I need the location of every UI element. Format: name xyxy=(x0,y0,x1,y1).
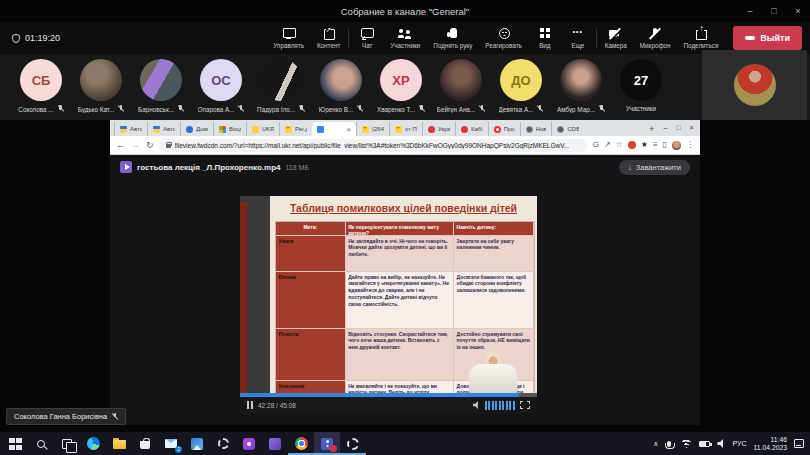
tab-close-icon[interactable]: × xyxy=(346,125,351,134)
browser-tab[interactable]: Нов × xyxy=(520,122,552,136)
paint3d-icon[interactable] xyxy=(236,432,262,455)
reading-list-icon[interactable]: ≡ xyxy=(653,141,658,149)
participant-tile[interactable]: Падура Іло... xyxy=(254,59,308,113)
settings-cog-icon[interactable] xyxy=(210,432,236,455)
share-page-icon[interactable]: ↗ xyxy=(604,141,611,149)
microphone-button[interactable]: Микрофон xyxy=(635,23,676,53)
browser-tab[interactable]: Рег.д × xyxy=(279,122,312,136)
forward-icon[interactable]: → xyxy=(131,141,140,150)
minimize-button[interactable]: – xyxy=(738,0,762,22)
table-header-cell: Як переорієнтувати помилкову мету дитини… xyxy=(346,222,454,236)
participant-tile[interactable]: ДО Девятка А... xyxy=(494,59,548,113)
browser-tab[interactable]: Авто × xyxy=(147,122,180,136)
bookmark-star-icon[interactable]: ☆ xyxy=(616,141,623,149)
tab-label: (264) xyxy=(372,126,384,132)
back-icon[interactable]: ← xyxy=(116,141,125,150)
restore-button[interactable]: □ xyxy=(762,0,786,22)
browser-tab[interactable]: CDBO × xyxy=(551,122,584,136)
volume-icon[interactable] xyxy=(717,439,725,448)
video-progress-bar[interactable] xyxy=(240,393,537,397)
chat-button[interactable]: Чат xyxy=(352,23,382,53)
participant-tile[interactable]: ХР Хваренко Т... xyxy=(374,59,428,113)
browser-tab[interactable]: от По × xyxy=(389,122,422,136)
pause-button[interactable] xyxy=(247,401,253,409)
address-bar[interactable]: fileview.fwdcdn.com/?url=https://mail.uk… xyxy=(159,139,588,152)
taskbar-clock[interactable]: 11:46 11.04.2023 xyxy=(753,436,787,452)
edge-icon[interactable] xyxy=(80,432,106,455)
react-button[interactable]: Реагировать xyxy=(480,23,527,53)
participant-tile[interactable]: Будько Кат... xyxy=(74,59,128,113)
browser-tab[interactable]: Вход × xyxy=(213,122,246,136)
manage-button[interactable]: Управлять xyxy=(268,23,309,53)
browser-close-button[interactable]: × xyxy=(685,120,698,134)
browser-tab[interactable]: Кабі × xyxy=(455,122,488,136)
language-indicator[interactable]: РУС xyxy=(732,440,746,447)
browser-tab[interactable]: × xyxy=(312,122,356,136)
browser-menu-icon[interactable]: ⋮ xyxy=(686,141,694,149)
task-view-button[interactable] xyxy=(54,432,80,455)
toolbar-divider[interactable] xyxy=(596,28,597,48)
participant-tile[interactable]: 27 Участники xyxy=(614,59,668,113)
browser-tab[interactable]: Домо × xyxy=(180,122,213,136)
leave-button[interactable]: Выйти xyxy=(733,26,802,50)
chrome-icon[interactable] xyxy=(288,432,314,455)
toolbar-label: Вид xyxy=(539,42,550,49)
participant-tile[interactable]: Бейгун Ана... xyxy=(434,59,488,113)
office-app-icon[interactable] xyxy=(262,432,288,455)
photos-icon[interactable] xyxy=(184,432,210,455)
participant-tile[interactable]: Амбур Мар... xyxy=(554,59,608,113)
table-goal-cell: Ухилення xyxy=(276,381,346,393)
participant-tile[interactable]: Барновськ... xyxy=(134,59,188,113)
participants-button[interactable]: Участники xyxy=(385,23,425,53)
search-button[interactable] xyxy=(28,432,54,455)
translate-icon[interactable]: G xyxy=(593,141,599,149)
browser-restore-button[interactable]: □ xyxy=(672,120,685,134)
self-video-tile[interactable] xyxy=(702,50,807,120)
participant-tile[interactable]: ОС Опарова А... xyxy=(194,59,248,113)
table-goal-cell: Увага xyxy=(276,236,346,272)
video-frame[interactable]: Таблиця помилкових цілей поведінки дітей… xyxy=(240,196,537,393)
download-button[interactable]: ↓ Завантажити xyxy=(619,160,690,175)
view-button[interactable]: Вид xyxy=(530,23,560,53)
browser-tab[interactable]: Про × xyxy=(488,122,520,136)
browser-tab[interactable]: UKR. × xyxy=(246,122,279,136)
participant-tile[interactable]: СБ Соколова ... xyxy=(14,59,68,113)
start-button[interactable] xyxy=(2,432,28,455)
volume-bars[interactable] xyxy=(485,401,515,410)
battery-icon[interactable] xyxy=(699,441,710,447)
toolbar-icon xyxy=(321,27,337,40)
share-button[interactable]: Поделиться xyxy=(679,23,724,53)
adblock-extension-icon[interactable] xyxy=(628,141,636,149)
toolbar-label: Микрофон xyxy=(640,42,671,49)
browser-tab[interactable]: Авто × xyxy=(114,122,147,136)
content-button[interactable]: Контент xyxy=(312,23,345,53)
fullscreen-button[interactable] xyxy=(520,401,530,409)
extension-pin-icon[interactable]: ★ xyxy=(641,141,648,149)
tray-microphone-icon[interactable] xyxy=(667,441,671,447)
camera-button[interactable]: Камера xyxy=(600,23,632,53)
tab-label: UKR. xyxy=(262,126,274,132)
teams-icon[interactable] xyxy=(314,432,340,455)
speaker-icon[interactable] xyxy=(473,401,480,409)
toolbar-divider[interactable] xyxy=(348,28,349,48)
toolbar-icon xyxy=(608,27,624,40)
profile-avatar[interactable] xyxy=(672,141,681,150)
store-icon[interactable] xyxy=(132,432,158,455)
participant-tile[interactable]: Юренко В... xyxy=(314,59,368,113)
more-button[interactable]: Еще xyxy=(563,23,593,53)
browser-minimize-button[interactable]: – xyxy=(659,120,672,134)
new-tab-button[interactable] xyxy=(646,124,658,136)
mail-icon[interactable]: 2 xyxy=(158,432,184,455)
file-explorer-icon[interactable] xyxy=(106,432,132,455)
settings-icon[interactable] xyxy=(340,432,366,455)
sidebar-icon[interactable]: ▯ xyxy=(663,141,667,149)
raise-hand-button[interactable]: Поднять руку xyxy=(428,23,477,53)
browser-tab[interactable]: (264) × xyxy=(356,122,389,136)
close-button[interactable]: × xyxy=(786,0,810,22)
hidden-icons-chevron[interactable]: ∧ xyxy=(653,440,658,448)
reload-icon[interactable]: ↻ xyxy=(146,141,154,150)
wifi-icon[interactable] xyxy=(680,439,692,449)
table-row: Увага Не заглядайте в очі. Ні-чого не го… xyxy=(276,236,534,272)
browser-tab[interactable]: Укра × xyxy=(422,122,455,136)
action-center-icon[interactable] xyxy=(794,439,804,448)
